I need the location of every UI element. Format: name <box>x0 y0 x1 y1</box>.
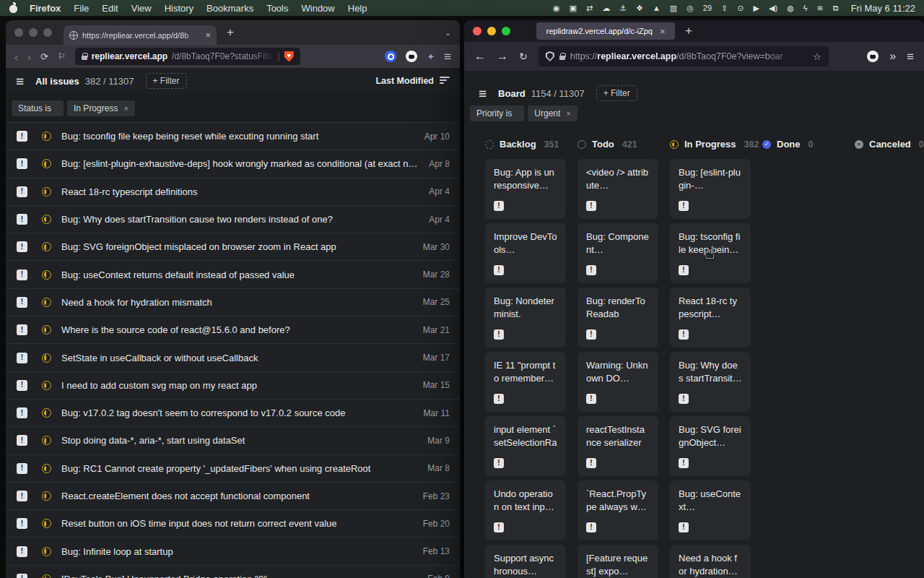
status-in-progress-icon[interactable] <box>42 298 51 307</box>
issue-row[interactable]: ! Reset button on iOS time input does no… <box>6 510 460 538</box>
menubar-app-name[interactable]: Firefox <box>30 3 61 14</box>
priority-urgent-icon[interactable]: ! <box>494 201 504 211</box>
board-card[interactable]: Bug: App is unresponsive… ! <box>485 159 566 219</box>
status-in-progress-icon[interactable] <box>42 436 51 445</box>
sort-order-icon[interactable] <box>440 77 450 85</box>
tracking-shield-icon[interactable] <box>546 51 554 61</box>
priority-urgent-icon[interactable]: ! <box>17 269 27 280</box>
board-card[interactable]: `React.PropType always warns ab ! <box>578 480 658 540</box>
screen-record-icon[interactable]: ◉ <box>553 4 560 12</box>
brave-shield-icon[interactable] <box>284 51 294 62</box>
board-card[interactable]: [Feature request] expo… ! <box>578 545 658 578</box>
board-card[interactable]: Bug: SVG foreignObject… ! <box>670 416 751 476</box>
reload-button[interactable]: ⟳ <box>40 51 48 62</box>
apple-menu-icon[interactable] <box>9 3 18 14</box>
cloud-icon[interactable]: ☁ <box>602 4 610 12</box>
bookmark-star-icon[interactable]: ☆ <box>813 51 821 62</box>
browser-menu-icon[interactable]: ≡ <box>444 51 451 63</box>
board-card[interactable]: React 18-rc typescript… ! <box>670 288 751 348</box>
priority-urgent-icon[interactable]: ! <box>17 214 27 225</box>
priority-urgent-icon[interactable]: ! <box>494 265 504 275</box>
board-card[interactable]: Improve DevTools… ! <box>485 223 566 283</box>
forward-button[interactable]: › <box>27 51 31 62</box>
new-tab-button[interactable]: + <box>227 25 234 40</box>
sync-arrows-icon[interactable]: ⇄ <box>586 4 593 12</box>
bookmark-icon[interactable]: ⚐ <box>58 51 66 61</box>
issue-row[interactable]: ! React.createElement does not accept fu… <box>6 483 460 510</box>
menu-item[interactable]: Bookmarks <box>206 3 253 14</box>
menu-item[interactable]: History <box>165 3 193 14</box>
browser-tab[interactable]: https://repliear.vercel.app/d/8b × <box>64 25 217 45</box>
priority-urgent-icon[interactable]: ! <box>17 158 27 169</box>
zoom-window-button[interactable] <box>43 28 52 37</box>
status-in-progress-icon[interactable] <box>42 464 51 473</box>
board-card[interactable]: Bug: Component… ! <box>578 223 658 283</box>
priority-urgent-icon[interactable]: ! <box>586 394 596 404</box>
board-card[interactable]: <video /> attribute… ! <box>578 159 658 219</box>
board-card[interactable]: Undo operation on text input… ! <box>485 480 566 540</box>
status-in-progress-icon[interactable] <box>42 131 51 141</box>
priority-urgent-icon[interactable]: ! <box>494 394 504 404</box>
priority-urgent-icon[interactable]: ! <box>679 201 689 211</box>
play-circle-icon[interactable]: ▶ <box>754 4 759 12</box>
issue-row[interactable]: ! Bug: SVG foreignObject misplaced on br… <box>6 233 460 261</box>
tab-close-icon[interactable]: × <box>660 27 666 36</box>
priority-urgent-icon[interactable]: ! <box>17 491 27 501</box>
reload-button[interactable]: ↻ <box>519 51 528 61</box>
board-card[interactable]: Support asynchronous… ! <box>485 545 566 578</box>
calendar-icon[interactable]: 29 <box>703 4 712 12</box>
new-tab-button[interactable]: + <box>685 24 692 38</box>
status-in-progress-icon[interactable] <box>42 547 51 556</box>
columns-icon[interactable]: ▥ <box>670 4 677 12</box>
github-octocat-icon[interactable] <box>406 51 417 62</box>
url-bar[interactable]: repliear.vercel.app /d/8bTaoq7F0e?status… <box>75 48 300 65</box>
menubar-clock[interactable]: Fri May 6 11:22 <box>851 3 915 14</box>
volume-icon[interactable]: ◀) <box>769 4 777 12</box>
wifi-icon[interactable]: ≋ <box>817 4 824 12</box>
priority-urgent-icon[interactable]: ! <box>17 131 27 142</box>
issue-row[interactable]: ! Bug: [eslint-plugin-exhaustive-deps] h… <box>6 150 460 178</box>
close-window-button[interactable] <box>473 27 481 35</box>
board-card[interactable]: Bug: [eslint-plugin-… ! <box>670 159 751 219</box>
priority-urgent-icon[interactable]: ! <box>679 522 689 532</box>
priority-urgent-icon[interactable]: ! <box>17 435 27 446</box>
priority-urgent-icon[interactable]: ! <box>17 353 27 363</box>
onepassword-icon[interactable]: ◎ <box>687 4 694 12</box>
issue-row[interactable]: ! Need a hook for hydration mismatch Mar… <box>6 289 460 316</box>
toolbar-overflow-icon[interactable]: » <box>889 51 896 62</box>
priority-urgent-icon[interactable]: ! <box>494 329 504 340</box>
board-card[interactable]: Bug: renderToReadab ! <box>578 288 658 348</box>
priority-urgent-icon[interactable]: ! <box>586 329 596 340</box>
menu-item[interactable]: File <box>74 3 89 14</box>
browser-menu-icon[interactable]: ≡ <box>907 51 914 63</box>
issue-row[interactable]: ! Bug: RC1 Cannot create property '_upda… <box>6 455 460 483</box>
filter-chip-close-icon[interactable]: × <box>123 105 128 113</box>
priority-urgent-icon[interactable]: ! <box>17 463 27 474</box>
github-octocat-icon[interactable] <box>867 51 879 62</box>
priority-urgent-icon[interactable]: ! <box>17 546 27 557</box>
issue-row[interactable]: ! I need to add custom svg map on my rea… <box>6 372 460 400</box>
dropbox-icon[interactable]: ❖ <box>636 4 643 12</box>
status-in-progress-icon[interactable] <box>42 519 51 528</box>
priority-urgent-icon[interactable]: ! <box>679 329 689 340</box>
sidebar-hamburger-icon[interactable]: ≡ <box>16 74 24 88</box>
minimize-window-button[interactable] <box>487 27 496 35</box>
back-button[interactable]: ‹ <box>14 51 18 62</box>
priority-urgent-icon[interactable]: ! <box>494 522 504 532</box>
url-bar[interactable]: https://repliear.vercel.app/d/8bTaoq7F0e… <box>539 46 829 66</box>
issue-row[interactable]: ! Bug: Why does startTransition cause tw… <box>6 206 460 233</box>
status-in-progress-icon[interactable] <box>42 270 51 280</box>
board-card[interactable]: Bug: Why does startTransitio… ! <box>670 352 751 412</box>
issue-row[interactable]: ! [DevTools Bug] Unsupported Bridge oper… <box>6 566 460 578</box>
board-card[interactable]: Bug: useContext… ! <box>670 480 751 540</box>
priority-urgent-icon[interactable]: ! <box>17 380 27 391</box>
priority-urgent-icon[interactable]: ! <box>17 186 27 197</box>
status-in-progress-icon[interactable] <box>42 159 51 168</box>
priority-urgent-icon[interactable]: ! <box>494 458 504 468</box>
issue-row[interactable]: ! React 18-rc typescript definitions Apr… <box>6 178 460 206</box>
board-card[interactable]: IE 11 "prompt to remember… ! <box>485 352 566 412</box>
siri-icon[interactable]: ◍ <box>787 4 794 12</box>
docker-icon[interactable]: ⚓ <box>619 4 627 12</box>
filter-chip-close-icon[interactable]: × <box>566 110 570 118</box>
filter-chip[interactable]: Priority is <box>470 105 524 121</box>
